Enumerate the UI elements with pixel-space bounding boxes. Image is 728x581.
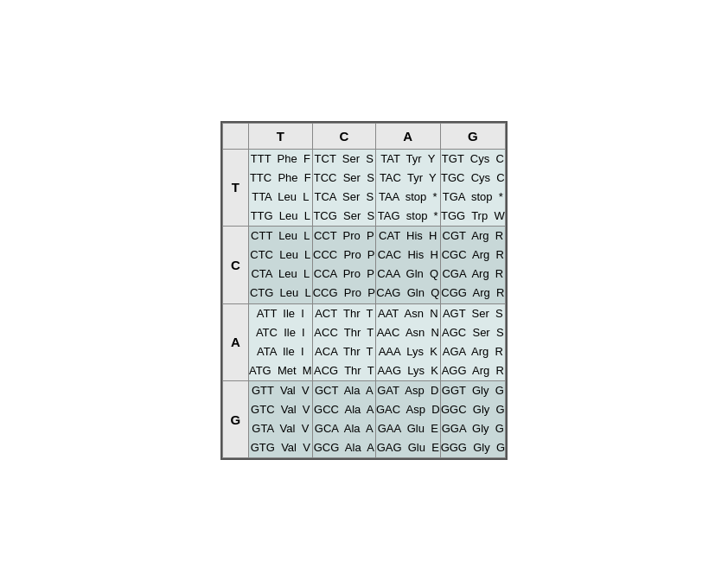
codon-cell-C-G: CGT Arg R CGC Arg R CGA Arg R CGG Arg R bbox=[440, 227, 505, 303]
codon-cell-A-T: ATT Ile I ATC Ile I ATA Ile I ATG Met M bbox=[248, 303, 312, 380]
codon-cell-A-G: AGT Ser S AGC Ser S AGA Arg R AGG Arg R bbox=[440, 303, 505, 380]
codon-table: T C A G TTTT Phe F TTC Phe F TTA Leu L T… bbox=[222, 123, 506, 459]
codon-cell-A-A: AAT Asn N AAC Asn N AAA Lys K AAG Lys K bbox=[375, 303, 440, 380]
codon-cell-G-G: GGT Gly G GGC Gly G GGA Gly G GGG Gly G bbox=[440, 380, 505, 457]
col-header-C: C bbox=[312, 123, 375, 149]
col-header-T: T bbox=[248, 123, 312, 149]
codon-cell-G-A: GAT Asp D GAC Asp D GAA Glu E GAG Glu E bbox=[375, 380, 440, 457]
col-header-G: G bbox=[440, 123, 505, 149]
codon-cell-G-T: GTT Val V GTC Val V GTA Val V GTG Val V bbox=[248, 380, 312, 457]
col-header-A: A bbox=[375, 123, 440, 149]
codon-table-wrapper: T C A G TTTT Phe F TTC Phe F TTA Leu L T… bbox=[220, 121, 508, 461]
codon-cell-T-A: TAT Tyr Y TAC Tyr Y TAA stop * TAG stop … bbox=[375, 149, 440, 226]
codon-cell-C-C: CCT Pro P CCC Pro P CCA Pro P CCG Pro P bbox=[312, 227, 375, 303]
row-header-A: A bbox=[222, 303, 248, 380]
codon-cell-C-T: CTT Leu L CTC Leu L CTA Leu L CTG Leu L bbox=[248, 227, 312, 303]
codon-cell-C-A: CAT His H CAC His H CAA Gln Q CAG Gln Q bbox=[375, 227, 440, 303]
codon-cell-G-C: GCT Ala A GCC Ala A GCA Ala A GCG Ala A bbox=[312, 380, 375, 457]
row-header-G: G bbox=[222, 380, 248, 457]
codon-cell-T-G: TGT Cys C TGC Cys C TGA stop * TGG Trp W bbox=[440, 149, 505, 226]
row-header-T: T bbox=[222, 149, 248, 226]
row-header-C: C bbox=[222, 227, 248, 303]
codon-cell-A-C: ACT Thr T ACC Thr T ACA Thr T ACG Thr T bbox=[312, 303, 375, 380]
codon-cell-T-C: TCT Ser S TCC Ser S TCA Ser S TCG Ser S bbox=[312, 149, 375, 226]
corner-cell bbox=[222, 123, 248, 149]
codon-cell-T-T: TTT Phe F TTC Phe F TTA Leu L TTG Leu L bbox=[248, 149, 312, 226]
